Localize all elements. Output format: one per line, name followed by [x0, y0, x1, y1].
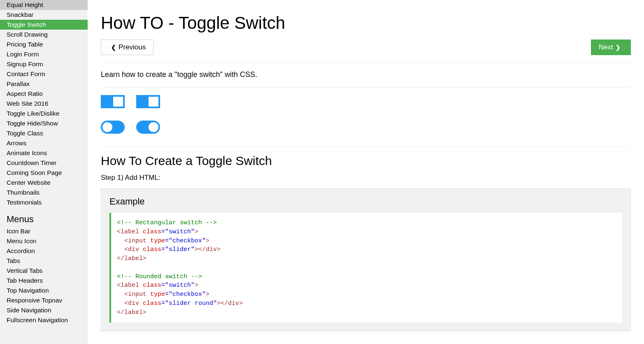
sidebar-item-vertical-tabs[interactable]: Vertical Tabs	[0, 266, 88, 276]
code-block: <!-- Rectangular switch --> <label class…	[109, 213, 622, 323]
sidebar-item-snackbar[interactable]: Snackbar	[0, 10, 88, 20]
sidebar-item-coming-soon-page[interactable]: Coming Soon Page	[0, 168, 88, 178]
sidebar-item-scroll-drawing[interactable]: Scroll Drawing	[0, 30, 88, 40]
rect-switch-off[interactable]	[101, 95, 125, 108]
sidebar-item-side-navigation[interactable]: Side Navigation	[0, 305, 88, 315]
previous-button[interactable]: ❮ Previous	[101, 40, 153, 55]
sidebar-item-accordion[interactable]: Accordion	[0, 246, 88, 256]
round-switch-row	[101, 121, 631, 134]
sidebar-item-responsive-topnav[interactable]: Responsive Topnav	[0, 295, 88, 305]
next-label: Next	[599, 43, 613, 51]
sidebar-item-toggle-like-dislike[interactable]: Toggle Like/Dislike	[0, 109, 88, 119]
rect-switch-on[interactable]	[136, 95, 160, 108]
step-1-label: Step 1) Add HTML:	[101, 174, 631, 182]
sidebar-item-fullscreen-navigation[interactable]: Fullscreen Navigation	[0, 315, 88, 325]
round-switch-on[interactable]	[136, 121, 160, 134]
section-heading: How To Create a Toggle Switch	[101, 154, 631, 168]
sidebar-item-top-navigation[interactable]: Top Navigation	[0, 286, 88, 295]
nav-buttons: ❮ Previous Next ❯	[101, 40, 631, 55]
example-box: Example <!-- Rectangular switch --> <lab…	[101, 188, 631, 331]
sidebar-item-countdown-timer[interactable]: Countdown Timer	[0, 158, 88, 168]
sidebar-item-center-website[interactable]: Center Website	[0, 178, 88, 188]
divider	[101, 63, 631, 63]
previous-label: Previous	[119, 43, 146, 51]
next-button[interactable]: Next ❯	[591, 40, 631, 55]
sidebar-item-parallax[interactable]: Parallax	[0, 79, 88, 89]
sidebar-item-toggle-hide-show[interactable]: Toggle Hide/Show	[0, 119, 88, 128]
sidebar-item-thumbnails[interactable]: Thumbnails	[0, 188, 88, 198]
sidebar-item-animate-icons[interactable]: Animate Icons	[0, 148, 88, 158]
example-title: Example	[109, 196, 622, 207]
sidebar-item-signup-form[interactable]: Signup Form	[0, 59, 88, 69]
sidebar-item-web-site-2016[interactable]: Web Site 2016	[0, 99, 88, 109]
sidebar-item-tab-headers[interactable]: Tab Headers	[0, 276, 88, 286]
chevron-right-icon: ❯	[616, 44, 621, 51]
sidebar-item-tabs[interactable]: Tabs	[0, 256, 88, 266]
sidebar-item-aspect-ratio[interactable]: Aspect Ratio	[0, 89, 88, 99]
sidebar-heading-menus: Menus	[0, 207, 88, 226]
sidebar[interactable]: Equal HeightSnackbarToggle SwitchScroll …	[0, 0, 88, 344]
sidebar-item-login-form[interactable]: Login Form	[0, 49, 88, 59]
sidebar-item-pricing-table[interactable]: Pricing Table	[0, 40, 88, 49]
sidebar-item-arrows[interactable]: Arrows	[0, 138, 88, 148]
sidebar-item-toggle-switch[interactable]: Toggle Switch	[0, 20, 88, 30]
main-content: How TO - Toggle Switch ❮ Previous Next ❯…	[88, 0, 644, 344]
sidebar-item-contact-form[interactable]: Contact Form	[0, 69, 88, 79]
page-title: How TO - Toggle Switch	[101, 13, 631, 33]
rect-switch-row	[101, 95, 631, 108]
sidebar-item-testimonials[interactable]: Testimonials	[0, 198, 88, 207]
intro-text: Learn how to create a "toggle switch" wi…	[101, 70, 631, 79]
divider	[101, 87, 631, 88]
chevron-left-icon: ❮	[111, 44, 116, 51]
sidebar-item-toggle-class[interactable]: Toggle Class	[0, 128, 88, 138]
divider	[101, 146, 631, 146]
sidebar-item-equal-height[interactable]: Equal Height	[0, 0, 88, 10]
sidebar-item-icon-bar[interactable]: Icon Bar	[0, 226, 88, 236]
sidebar-item-menu-icon[interactable]: Menu Icon	[0, 236, 88, 246]
round-switch-off[interactable]	[101, 121, 125, 134]
